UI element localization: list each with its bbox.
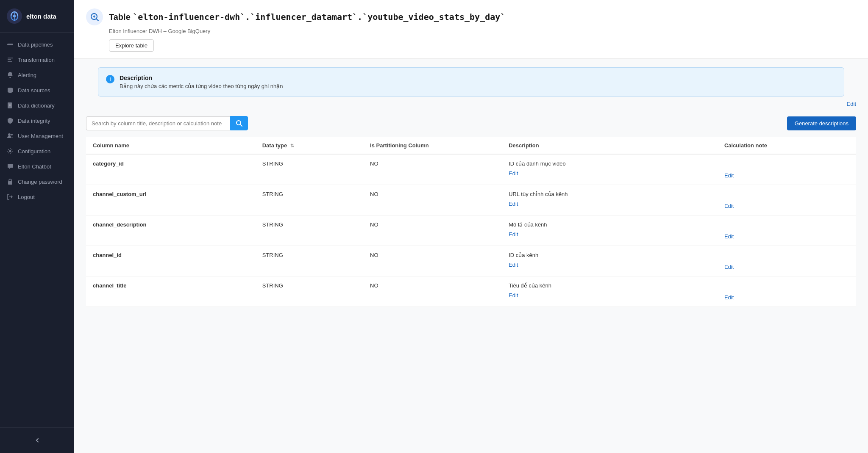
description-row-edit-link[interactable]: Edit xyxy=(509,231,518,238)
bell-icon xyxy=(7,72,14,78)
search-table-icon xyxy=(90,12,99,22)
table-title-row: Table `elton-influencer-dwh`.`influencer… xyxy=(86,8,856,25)
shield-icon xyxy=(7,117,14,124)
gear-icon xyxy=(7,148,14,155)
cell-calculation-note: Edit xyxy=(718,276,856,307)
description-edit-link[interactable]: Edit xyxy=(847,101,856,107)
elton-logo-icon xyxy=(7,8,22,24)
description-header: Description xyxy=(502,137,718,154)
sidebar-item-elton-chatbot[interactable]: Elton Chatbot xyxy=(0,159,74,174)
pipeline-icon xyxy=(7,41,14,48)
description-title: Description xyxy=(120,75,283,81)
table-row: channel_id STRING NO ID của kênh Edit Ed… xyxy=(86,246,856,276)
description-section: i Description Bảng này chứa các metric c… xyxy=(74,67,868,108)
sidebar: elton data Data pipelines Transformation… xyxy=(0,0,74,453)
generate-descriptions-button[interactable]: Generate descriptions xyxy=(787,116,856,130)
cell-column-name: channel_custom_url xyxy=(86,185,256,215)
database-icon xyxy=(7,87,14,94)
cell-calculation-note: Edit xyxy=(718,154,856,185)
cell-data-type: STRING xyxy=(256,276,363,307)
cell-is-partitioning: NO xyxy=(363,246,502,276)
cell-calculation-note: Edit xyxy=(718,185,856,215)
svg-point-11 xyxy=(11,134,13,135)
cell-data-type: STRING xyxy=(256,246,363,276)
calculation-note-row-edit-link[interactable]: Edit xyxy=(724,264,734,270)
search-input[interactable] xyxy=(86,116,230,130)
logo-text: elton data xyxy=(26,13,56,20)
svg-point-5 xyxy=(11,44,13,45)
lock-icon xyxy=(7,178,14,185)
svg-point-10 xyxy=(8,133,11,136)
cell-is-partitioning: NO xyxy=(363,215,502,246)
table-controls: Generate descriptions xyxy=(86,116,856,130)
sidebar-item-data-dictionary[interactable]: Data dictionary xyxy=(0,98,74,113)
search-button[interactable] xyxy=(230,116,248,130)
logout-icon xyxy=(7,193,14,200)
table-icon-badge xyxy=(86,8,103,25)
info-icon: i xyxy=(106,75,114,83)
table-subtitle: Elton Influencer DWH – Google BigQuery xyxy=(109,28,856,34)
sort-icon[interactable]: ⇅ xyxy=(290,143,294,149)
sidebar-item-configuration[interactable]: Configuration xyxy=(0,144,74,159)
sidebar-item-user-management[interactable]: User Management xyxy=(0,128,74,144)
table-row: channel_title STRING NO Tiêu đề của kênh… xyxy=(86,276,856,307)
cell-data-type: STRING xyxy=(256,154,363,185)
description-text: Bảng này chứa các metric của từng video … xyxy=(120,83,283,89)
sidebar-collapse-button[interactable] xyxy=(0,433,74,448)
description-row-edit-link[interactable]: Edit xyxy=(509,262,518,268)
sidebar-item-transformation[interactable]: Transformation xyxy=(0,52,74,67)
description-row-edit-link[interactable]: Edit xyxy=(509,201,518,207)
data-table: Column name Data type ⇅ Is Partitioning … xyxy=(86,137,856,307)
cell-column-name: channel_id xyxy=(86,246,256,276)
page-header: Table `elton-influencer-dwh`.`influencer… xyxy=(74,0,868,59)
sidebar-navigation: Data pipelines Transformation Alerting D… xyxy=(0,33,74,427)
calculation-note-header: Calculation note xyxy=(718,137,856,154)
cell-data-type: STRING xyxy=(256,215,363,246)
cell-is-partitioning: NO xyxy=(363,185,502,215)
sidebar-item-logout[interactable]: Logout xyxy=(0,189,74,204)
sidebar-item-change-password[interactable]: Change password xyxy=(0,174,74,189)
sidebar-item-data-integrity[interactable]: Data integrity xyxy=(0,113,74,128)
calculation-note-row-edit-link[interactable]: Edit xyxy=(724,172,734,179)
search-icon xyxy=(236,120,242,127)
table-section: Generate descriptions Column name Data t… xyxy=(74,116,868,319)
cell-column-name: channel_description xyxy=(86,215,256,246)
description-box: i Description Bảng này chứa các metric c… xyxy=(98,67,844,97)
search-wrapper xyxy=(86,116,248,130)
calculation-note-row-edit-link[interactable]: Edit xyxy=(724,203,734,209)
chevron-left-icon xyxy=(34,437,41,444)
sidebar-item-alerting[interactable]: Alerting xyxy=(0,67,74,83)
table-row: channel_custom_url STRING NO URL tùy chỉ… xyxy=(86,185,856,215)
calculation-note-row-edit-link[interactable]: Edit xyxy=(724,233,734,240)
cell-description: ID của kênh Edit xyxy=(502,246,718,276)
calculation-note-row-edit-link[interactable]: Edit xyxy=(724,294,734,301)
main-content: Table `elton-influencer-dwh`.`influencer… xyxy=(74,0,868,453)
description-content: Description Bảng này chứa các metric của… xyxy=(120,75,283,89)
sidebar-item-data-sources[interactable]: Data sources xyxy=(0,83,74,98)
sidebar-footer xyxy=(0,427,74,453)
svg-point-4 xyxy=(8,44,9,45)
transform-icon xyxy=(7,56,14,63)
data-type-header: Data type ⇅ xyxy=(256,137,363,154)
cell-is-partitioning: NO xyxy=(363,276,502,307)
table-row: category_id STRING NO ID của danh mục vi… xyxy=(86,154,856,185)
description-row-edit-link[interactable]: Edit xyxy=(509,170,518,177)
column-name-header: Column name xyxy=(86,137,256,154)
explore-table-button[interactable]: Explore table xyxy=(109,39,154,52)
cell-column-name: category_id xyxy=(86,154,256,185)
description-row-edit-link[interactable]: Edit xyxy=(509,292,518,298)
page-title: Table `elton-influencer-dwh`.`influencer… xyxy=(109,12,505,22)
book-icon xyxy=(7,102,14,109)
svg-line-15 xyxy=(97,19,99,21)
cell-description: URL tùy chỉnh của kênh Edit xyxy=(502,185,718,215)
cell-description: Mô tả của kênh Edit xyxy=(502,215,718,246)
partitioning-header: Is Partitioning Column xyxy=(363,137,502,154)
table-row: channel_description STRING NO Mô tả của … xyxy=(86,215,856,246)
svg-line-19 xyxy=(240,124,242,126)
sidebar-item-data-pipelines[interactable]: Data pipelines xyxy=(0,37,74,52)
cell-data-type: STRING xyxy=(256,185,363,215)
cell-description: Tiêu đề của kênh Edit xyxy=(502,276,718,307)
cell-column-name: channel_title xyxy=(86,276,256,307)
cell-description: ID của danh mục video Edit xyxy=(502,154,718,185)
sidebar-logo: elton data xyxy=(0,0,74,33)
